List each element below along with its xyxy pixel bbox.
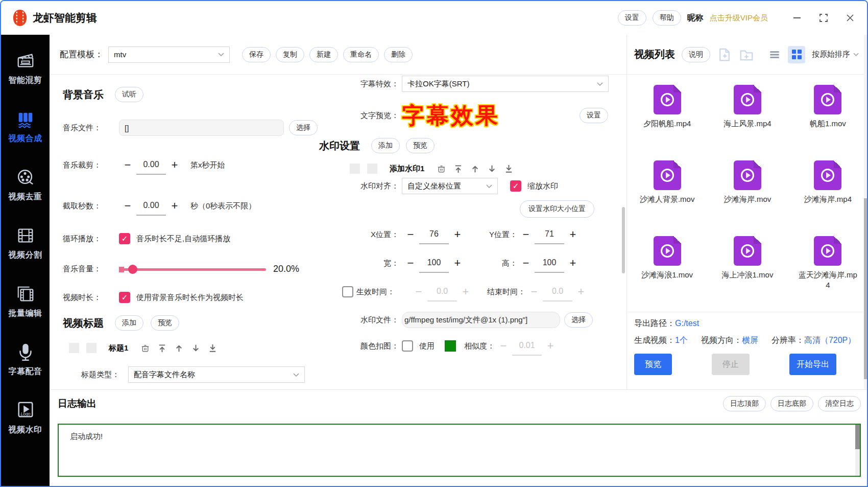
minus-button[interactable] [402, 229, 419, 240]
maximize-button[interactable] [818, 12, 829, 24]
plus-button[interactable] [457, 286, 474, 297]
video-item[interactable]: 海上风景.mp4 [707, 85, 787, 160]
plus-button[interactable] [564, 229, 582, 240]
minus-button[interactable] [525, 286, 543, 297]
sidebar-item-subtitle-dub[interactable]: 字幕配音 [9, 342, 42, 377]
video-list-info-button[interactable]: 说明 [682, 47, 710, 62]
list-view-icon[interactable] [768, 48, 781, 61]
end-time-value[interactable]: 0.0 [543, 287, 572, 302]
similarity-value[interactable]: 0.01 [512, 341, 542, 356]
minimize-button[interactable] [791, 12, 803, 24]
music-file-input[interactable]: [] [119, 120, 284, 136]
music-trim-value[interactable]: 0.00 [136, 160, 166, 175]
copy-template-button[interactable]: 复制 [276, 47, 304, 62]
move-down-icon[interactable] [191, 343, 201, 353]
plus-button[interactable] [572, 286, 590, 297]
resolution-value[interactable]: 高清（720P） [804, 335, 856, 346]
upgrade-vip-link[interactable]: 点击升级VIP会员 [710, 13, 768, 23]
grid-view-icon[interactable] [788, 46, 805, 63]
video-duration-checkbox[interactable] [119, 292, 130, 303]
chroma-color-swatch[interactable] [445, 340, 456, 352]
delete-title-icon[interactable] [140, 343, 150, 353]
subtitle-settings-button[interactable]: 设置 [580, 108, 608, 123]
watermark-height-value[interactable]: 100 [535, 258, 564, 273]
move-bottom-icon[interactable] [208, 343, 218, 353]
title-type-select[interactable]: 配音字幕文件名称 [128, 366, 305, 383]
template-select[interactable]: mtv [108, 47, 230, 63]
minus-button[interactable] [410, 286, 427, 297]
video-item[interactable]: 沙滩海岸.mp4 [788, 160, 868, 236]
chroma-key-checkbox[interactable] [402, 340, 413, 352]
plus-button[interactable] [449, 229, 466, 240]
video-count-value[interactable]: 1个 [675, 335, 688, 346]
audition-button[interactable]: 试听 [115, 87, 143, 102]
watermark-width-value[interactable]: 100 [419, 258, 449, 273]
video-item[interactable]: 帆船1.mov [788, 85, 868, 160]
video-item[interactable]: 夕阳帆船.mp4 [627, 85, 707, 160]
plus-button[interactable] [449, 258, 466, 269]
video-item[interactable]: 沙滩海岸.mov [707, 160, 787, 236]
log-top-button[interactable]: 日志顶部 [723, 396, 766, 411]
preview-watermark-button[interactable]: 预览 [406, 138, 435, 153]
move-top-icon[interactable] [157, 343, 167, 353]
log-scrollbar[interactable] [855, 425, 860, 476]
plus-button[interactable] [564, 258, 582, 269]
drag-handle[interactable] [69, 343, 79, 353]
music-cut-value[interactable]: 0.00 [136, 201, 166, 216]
sidebar-item-video-dedup[interactable]: 视频去重 [9, 168, 42, 202]
minus-button[interactable] [517, 229, 535, 240]
new-template-button[interactable]: 新建 [309, 47, 338, 62]
title-item-name[interactable]: 标题1 [109, 343, 128, 353]
sidebar-item-video-merge[interactable]: 视频合成 [9, 109, 42, 144]
plus-button[interactable] [542, 340, 559, 352]
close-button[interactable] [845, 12, 856, 24]
minus-button[interactable] [517, 258, 535, 269]
video-item[interactable]: 海上冲浪1.mov [707, 236, 787, 312]
nickname-label[interactable]: 昵称 [687, 13, 704, 24]
preview-title-button[interactable]: 预览 [151, 315, 179, 331]
add-watermark-button[interactable]: 添加 [371, 138, 400, 153]
log-scrollbar-thumb[interactable] [855, 425, 860, 449]
set-watermark-size-button[interactable]: 设置水印大小位置 [520, 200, 594, 218]
slider-handle[interactable] [128, 265, 137, 274]
move-bottom-icon[interactable] [504, 164, 514, 174]
effective-time-checkbox[interactable] [342, 286, 353, 297]
minus-button[interactable] [119, 200, 136, 212]
video-item[interactable]: 沙滩海浪1.mov [627, 236, 707, 312]
music-volume-slider[interactable] [119, 265, 266, 274]
add-title-button[interactable]: 添加 [115, 315, 143, 331]
preview-button[interactable]: 预览 [634, 354, 672, 375]
watermark-item-name[interactable]: 添加水印1 [390, 164, 424, 174]
main-scrollbar[interactable] [622, 207, 625, 273]
minus-button[interactable] [402, 258, 419, 269]
move-up-icon[interactable] [470, 164, 480, 174]
delete-template-button[interactable]: 删除 [384, 47, 413, 62]
minus-button[interactable] [495, 340, 512, 352]
sidebar-item-batch-edit[interactable]: 批量编辑 [9, 284, 42, 319]
minus-button[interactable] [119, 159, 136, 171]
plus-button[interactable] [166, 200, 183, 212]
drag-handle[interactable] [367, 164, 377, 174]
loop-play-checkbox[interactable] [119, 233, 130, 244]
help-button[interactable]: 帮助 [653, 10, 681, 26]
move-top-icon[interactable] [453, 164, 463, 174]
sidebar-item-smart-mix[interactable]: 智能混剪 [9, 51, 42, 86]
video-item[interactable]: 沙滩人背景.mov [627, 160, 707, 236]
delete-watermark-icon[interactable] [437, 164, 446, 174]
panel-scrollbar[interactable] [864, 35, 868, 389]
scale-watermark-checkbox[interactable] [510, 180, 521, 192]
stop-button[interactable]: 停止 [712, 354, 750, 375]
clear-log-button[interactable]: 清空日志 [818, 396, 861, 411]
watermark-y-value[interactable]: 71 [535, 229, 564, 244]
save-template-button[interactable]: 保存 [242, 47, 271, 62]
add-file-icon[interactable] [717, 47, 732, 62]
panel-scrollbar-thumb[interactable] [864, 198, 868, 379]
sidebar-item-video-split[interactable]: 视频分割 [9, 226, 42, 261]
subtitle-effect-select[interactable]: 卡拉OK字幕(SRT) [402, 76, 609, 92]
orientation-value[interactable]: 横屏 [742, 335, 758, 346]
start-export-button[interactable]: 开始导出 [789, 354, 836, 375]
watermark-x-value[interactable]: 76 [419, 229, 449, 244]
log-bottom-button[interactable]: 日志底部 [770, 396, 813, 411]
rename-template-button[interactable]: 重命名 [343, 47, 379, 62]
choose-music-button[interactable]: 选择 [289, 120, 318, 135]
